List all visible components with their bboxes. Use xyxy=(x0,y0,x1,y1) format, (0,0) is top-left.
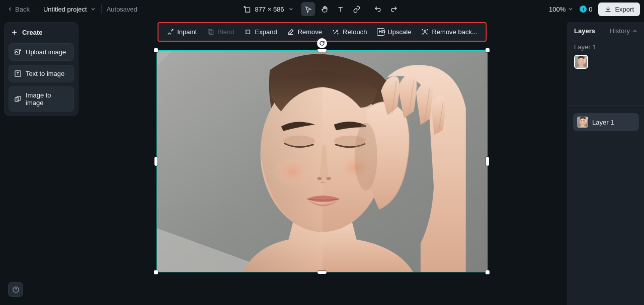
history-toggle[interactable]: History xyxy=(610,27,638,35)
tool-group xyxy=(301,2,364,16)
resize-handle-b[interactable] xyxy=(317,271,327,274)
image-to-image-button[interactable]: Image to image xyxy=(9,86,74,112)
upload-image-button[interactable]: Upload image xyxy=(9,43,74,61)
project-name[interactable]: Untitled project xyxy=(43,6,96,13)
svg-point-19 xyxy=(424,30,426,32)
expand-icon xyxy=(245,28,252,36)
hd-icon: HD xyxy=(377,28,384,36)
credits-icon xyxy=(580,6,587,13)
chevron-left-icon xyxy=(7,6,13,12)
resize-handle-br[interactable] xyxy=(486,270,490,274)
image-to-image-icon xyxy=(14,95,22,103)
remove-background-button[interactable]: Remove back... xyxy=(416,25,482,39)
svg-rect-11 xyxy=(246,8,250,12)
back-button[interactable]: Back xyxy=(4,4,33,15)
chevron-down-icon xyxy=(288,6,294,12)
resize-handle-tl[interactable] xyxy=(154,48,158,52)
panel-divider xyxy=(568,106,644,106)
undo-button[interactable] xyxy=(371,2,385,16)
layer-list-item[interactable]: Layer 1 xyxy=(573,113,639,131)
text-to-image-label: Text to image xyxy=(26,70,64,77)
select-tool[interactable] xyxy=(301,2,315,16)
export-button[interactable]: Export xyxy=(598,3,640,16)
selection-box xyxy=(156,50,488,272)
text-tool[interactable] xyxy=(334,2,348,16)
chevron-down-icon xyxy=(90,6,96,12)
resize-handle-r[interactable] xyxy=(486,157,489,166)
zoom-control[interactable]: 100% xyxy=(549,6,574,13)
layers-title: Layers xyxy=(574,27,595,35)
layer-list-thumbnail xyxy=(577,117,588,128)
layer-thumb-row xyxy=(568,53,644,75)
layers-panel-header: Layers History xyxy=(568,22,644,40)
dimensions-icon xyxy=(243,6,251,13)
remove-bg-label: Remove back... xyxy=(432,28,477,36)
text-to-image-icon xyxy=(14,70,22,77)
text-to-image-button[interactable]: Text to image xyxy=(9,65,74,82)
svg-rect-18 xyxy=(246,30,250,34)
inpaint-button[interactable]: Inpaint xyxy=(162,25,202,39)
project-name-text: Untitled project xyxy=(43,6,87,13)
link-icon xyxy=(353,6,360,13)
text-icon xyxy=(337,6,344,13)
plus-icon xyxy=(11,29,18,36)
zoom-text: 100% xyxy=(549,6,566,13)
retouch-icon xyxy=(332,28,340,36)
redo-icon xyxy=(390,6,397,13)
svg-rect-16 xyxy=(208,30,212,34)
autosave-status: Autosaved xyxy=(107,6,137,13)
hand-icon xyxy=(320,6,328,13)
download-icon xyxy=(604,6,612,13)
help-button[interactable] xyxy=(8,282,23,297)
history-label: History xyxy=(610,27,630,35)
resize-handle-l[interactable] xyxy=(154,157,157,166)
remove-button[interactable]: Remove xyxy=(282,25,327,39)
dimensions-display[interactable]: 877 × 586 xyxy=(243,6,294,13)
resize-handle-tr[interactable] xyxy=(486,48,490,52)
link-tool[interactable] xyxy=(350,2,364,16)
credits-value: 0 xyxy=(589,6,592,13)
blend-button: Blend xyxy=(202,25,239,39)
eraser-icon xyxy=(287,28,295,36)
retouch-button[interactable]: Retouch xyxy=(327,25,372,39)
refresh-icon xyxy=(319,40,325,46)
export-label: Export xyxy=(615,6,634,13)
upscale-label: Upscale xyxy=(387,28,411,36)
chevron-up-icon xyxy=(632,28,638,34)
undo-icon xyxy=(374,6,381,13)
resize-handle-bl[interactable] xyxy=(154,270,158,274)
upload-image-icon xyxy=(14,48,22,56)
layers-panel: Layers History Layer 1 Layer 1 xyxy=(568,22,644,305)
top-bar-center: 877 × 586 xyxy=(243,2,400,16)
image-to-image-label: Image to image xyxy=(26,91,68,107)
inpaint-icon xyxy=(167,28,174,36)
hand-tool[interactable] xyxy=(317,2,332,16)
upload-image-label: Upload image xyxy=(26,48,66,56)
credits-display[interactable]: 0 xyxy=(580,6,592,13)
dimensions-text: 877 × 586 xyxy=(255,6,284,13)
layer-thumbnail[interactable] xyxy=(574,55,588,69)
layer-list-label: Layer 1 xyxy=(592,119,614,126)
upscale-button[interactable]: HD Upscale xyxy=(372,25,416,39)
top-bar-right: 100% 0 Export xyxy=(549,3,640,16)
cursor-icon xyxy=(304,6,312,13)
resize-handle-t[interactable] xyxy=(317,49,327,52)
inpaint-label: Inpaint xyxy=(177,28,197,36)
canvas-stage[interactable] xyxy=(156,50,488,272)
current-layer-label: Layer 1 xyxy=(568,40,644,53)
svg-rect-17 xyxy=(209,31,213,35)
expand-label: Expand xyxy=(255,28,277,36)
help-icon xyxy=(12,286,20,293)
retouch-label: Retouch xyxy=(343,28,367,36)
rotate-handle[interactable] xyxy=(317,38,327,48)
top-bar: Back Untitled project Autosaved 877 × 58… xyxy=(0,0,644,18)
chevron-down-icon xyxy=(568,6,574,12)
create-title-text: Create xyxy=(22,29,42,36)
history-group xyxy=(371,2,401,16)
redo-button[interactable] xyxy=(387,2,401,16)
blend-label: Blend xyxy=(217,28,234,36)
create-panel: Create Upload image Text to image Image … xyxy=(4,22,78,116)
back-label: Back xyxy=(15,6,30,13)
expand-button[interactable]: Expand xyxy=(239,25,282,39)
create-panel-title: Create xyxy=(9,27,74,39)
